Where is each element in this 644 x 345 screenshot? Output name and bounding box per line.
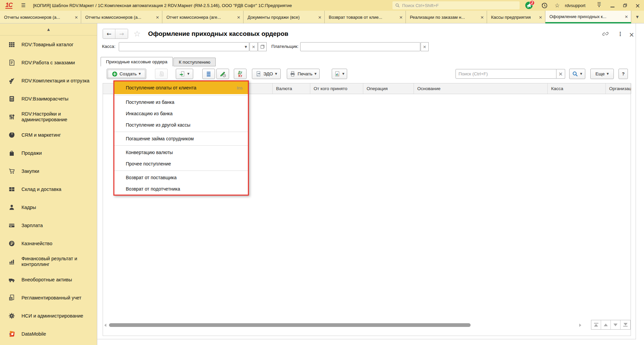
tab-2[interactable]: Отчеты комиссионеров (а...× bbox=[81, 11, 162, 23]
column-header[interactable]: Организация bbox=[606, 83, 631, 94]
sidebar-item-12[interactable]: Казначейство bbox=[0, 234, 97, 253]
inner-tab-2[interactable]: К поступлению bbox=[173, 58, 216, 66]
edo-button[interactable]: ЭДО ▼ bbox=[252, 69, 281, 79]
payer-input[interactable] bbox=[301, 44, 420, 49]
tab-close-icon[interactable]: × bbox=[318, 15, 322, 20]
sidebar-collapse-icon[interactable]: ▲ bbox=[0, 23, 97, 36]
tab-7[interactable]: Кассы предприятия× bbox=[487, 11, 545, 23]
more-actions-kebab-icon[interactable]: ⋮ bbox=[618, 31, 623, 37]
reports-button[interactable]: ▼ bbox=[332, 69, 347, 79]
history-icon[interactable] bbox=[539, 0, 549, 11]
sidebar-item-8[interactable]: Закупки bbox=[0, 162, 97, 180]
sidebar-item-4[interactable]: RDV:Взаиморасчеты bbox=[0, 90, 97, 108]
sidebar-item-15[interactable]: Регламентированный учет bbox=[0, 289, 97, 307]
column-header[interactable]: Касса bbox=[548, 83, 606, 94]
sidebar-item-14[interactable]: Внеоборотные активы bbox=[0, 271, 97, 289]
tab-close-icon[interactable]: × bbox=[480, 15, 484, 20]
scroll-left-icon[interactable] bbox=[104, 324, 106, 327]
list-settings-button[interactable] bbox=[202, 69, 215, 79]
tab-close-icon[interactable]: × bbox=[156, 15, 159, 20]
sidebar-item-10[interactable]: Кадры bbox=[0, 198, 97, 216]
kassa-input[interactable] bbox=[119, 44, 243, 49]
tab-close-icon[interactable]: × bbox=[74, 15, 78, 20]
sidebar-item-1[interactable]: RDV:Товарный каталог bbox=[0, 36, 97, 54]
sidebar-item-5[interactable]: RDV:Настройки и администрирование bbox=[0, 108, 97, 126]
menu-item-6[interactable]: Конвертацию валюты bbox=[114, 147, 248, 158]
payer-field[interactable] bbox=[300, 42, 420, 51]
menu-item-1[interactable]: Поступление оплаты от клиентаIns bbox=[114, 81, 248, 94]
menu-item-5[interactable]: Погашение займа сотрудником bbox=[114, 133, 248, 144]
sidebar-item-16[interactable]: НСИ и администрирование bbox=[0, 307, 97, 325]
tab-close-icon[interactable]: × bbox=[399, 15, 403, 20]
sidebar-item-2[interactable]: RDV:Работа с заказами bbox=[0, 54, 97, 72]
table-search-input[interactable] bbox=[455, 69, 556, 79]
menu-item-9[interactable]: Возврат от подотчетника bbox=[114, 183, 248, 195]
current-user[interactable]: rdvsupport bbox=[565, 0, 594, 11]
find-button[interactable]: ▼ bbox=[569, 69, 585, 79]
print-button[interactable]: Печать ▼ bbox=[287, 69, 320, 79]
sidebar-item-11[interactable]: Зарплата bbox=[0, 216, 97, 234]
maximize-button[interactable] bbox=[620, 0, 630, 11]
payer-clear-button[interactable]: × bbox=[421, 42, 429, 51]
tab-overflow-icon[interactable]: ▼ bbox=[631, 11, 643, 23]
kassa-field[interactable]: ▼ bbox=[119, 42, 249, 51]
go-last-button[interactable] bbox=[621, 320, 630, 329]
go-prev-button[interactable] bbox=[601, 320, 611, 329]
scrollbar-thumb[interactable] bbox=[109, 323, 471, 327]
more-button[interactable]: Еще ▼ bbox=[590, 69, 614, 79]
help-button[interactable]: ? bbox=[619, 69, 628, 79]
kassa-open-button[interactable] bbox=[258, 42, 267, 51]
create-based-on-button[interactable]: ▼ bbox=[176, 69, 193, 79]
menu-item-2[interactable]: Поступление из банка bbox=[114, 96, 248, 108]
sidebar-item-7[interactable]: Продажи bbox=[0, 144, 97, 162]
menu-item-7[interactable]: Прочее поступление bbox=[114, 158, 248, 169]
global-search-input[interactable] bbox=[402, 3, 513, 8]
postings-dtkt-button[interactable]: ДтКт bbox=[234, 69, 247, 79]
service-menu-icon[interactable]: ☰▾ bbox=[594, 0, 604, 11]
create-button[interactable]: Создать ▼ bbox=[107, 69, 146, 79]
scroll-right-icon[interactable] bbox=[579, 324, 581, 327]
go-first-button[interactable] bbox=[591, 320, 601, 329]
tab-3[interactable]: Отчет комиссионера (аге...× bbox=[162, 11, 244, 23]
sidebar-item-9[interactable]: Склад и доставка bbox=[0, 180, 97, 198]
forward-button[interactable]: → bbox=[115, 29, 128, 39]
column-header[interactable]: Валюта bbox=[273, 83, 310, 94]
horizontal-scrollbar[interactable] bbox=[104, 323, 587, 328]
global-search[interactable] bbox=[392, 1, 520, 9]
tab-close-icon[interactable]: × bbox=[539, 15, 542, 20]
main-menu-icon[interactable]: ☰ bbox=[21, 2, 25, 8]
menu-item-3[interactable]: Инкассацию из банка bbox=[114, 108, 248, 119]
close-form-icon[interactable]: × bbox=[629, 31, 634, 38]
column-header[interactable]: Операция bbox=[363, 83, 414, 94]
tab-1[interactable]: Отчеты комиссионеров (а...× bbox=[0, 11, 81, 23]
chevron-down-icon[interactable]: ▼ bbox=[243, 45, 249, 49]
kassa-clear-button[interactable]: × bbox=[250, 42, 258, 51]
sidebar-item-3[interactable]: RDV:Комплектация и отгрузка bbox=[0, 72, 97, 90]
table-search[interactable]: × bbox=[455, 69, 565, 79]
search-clear-button[interactable]: × bbox=[556, 69, 565, 79]
copy-item-button[interactable] bbox=[155, 69, 168, 79]
tab-5[interactable]: Возврат товаров от клие...× bbox=[325, 11, 406, 23]
sidebar-item-6[interactable]: CRM и маркетинг bbox=[0, 126, 97, 144]
sidebar-item-13[interactable]: Финансовый результат и контроллинг bbox=[0, 253, 97, 271]
tab-close-icon[interactable]: × bbox=[237, 15, 240, 20]
column-header[interactable]: От кого принято bbox=[310, 83, 363, 94]
column-header[interactable]: Основание bbox=[414, 83, 548, 94]
favorite-star-icon[interactable]: ☆ bbox=[133, 29, 141, 39]
minimize-button[interactable] bbox=[608, 0, 617, 11]
post-document-button[interactable] bbox=[216, 69, 229, 79]
tab-8[interactable]: Оформление приходных к...× bbox=[545, 11, 631, 23]
notifications-icon[interactable]: 2 bbox=[523, 0, 535, 11]
go-next-button[interactable] bbox=[611, 320, 621, 329]
menu-item-4[interactable]: Поступление из другой кассы bbox=[114, 119, 248, 131]
menu-item-8[interactable]: Возврат от поставщика bbox=[114, 172, 248, 183]
get-link-icon[interactable] bbox=[602, 31, 608, 37]
inner-tab-1[interactable]: Приходные кассовые ордера bbox=[101, 57, 173, 66]
favorites-icon[interactable]: ☆ bbox=[552, 0, 562, 11]
close-window-button[interactable]: × bbox=[633, 0, 643, 11]
tab-6[interactable]: Реализации по заказам н...× bbox=[406, 11, 487, 23]
tab-close-icon[interactable]: × bbox=[625, 14, 628, 19]
sidebar-item-17[interactable]: DataMobile bbox=[0, 325, 97, 343]
back-button[interactable]: ← bbox=[103, 29, 115, 39]
tab-4[interactable]: Документы продажи (все)× bbox=[244, 11, 325, 23]
